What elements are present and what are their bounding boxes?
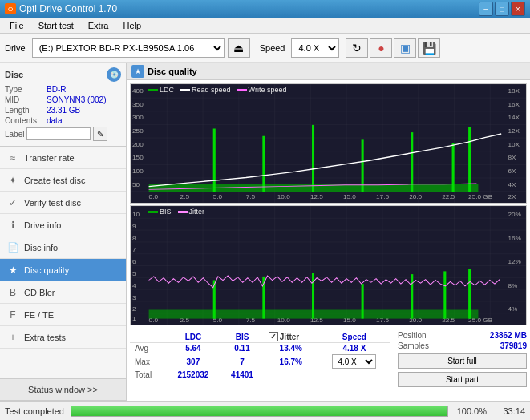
nav-cd-bler[interactable]: B CD Bler <box>0 281 126 304</box>
disc-label-button[interactable]: ✎ <box>93 127 107 141</box>
max-speed-select: 4.0 X <box>318 353 390 370</box>
verify-test-disc-icon: ✓ <box>6 196 19 209</box>
legend-ldc-label: LDC <box>160 86 174 94</box>
total-jitter-blank <box>264 370 318 380</box>
svg-text:50: 50 <box>132 181 140 188</box>
legend-read-speed-label: Read speed <box>192 86 231 94</box>
svg-rect-67 <box>312 273 314 318</box>
svg-text:8X: 8X <box>508 155 516 162</box>
svg-text:7.5: 7.5 <box>246 194 256 201</box>
samples-value: 379819 <box>500 341 527 350</box>
disc-panel-title: Disc <box>5 70 23 79</box>
title-bar-left: O Opti Drive Control 1.70 <box>5 3 117 14</box>
toolbar-icons: ↻ ● ▣ 💾 <box>346 38 440 58</box>
progress-fill <box>71 406 447 416</box>
samples-label: Samples <box>398 341 429 350</box>
col-bis: BIS <box>220 331 264 343</box>
nav-fe-te[interactable]: F FE / TE <box>0 304 126 326</box>
menu-file[interactable]: File <box>3 19 30 32</box>
jitter-checkbox[interactable]: ✓ <box>269 332 278 341</box>
nav-disc-info[interactable]: 📄 Disc info <box>0 236 126 259</box>
disc-header: Disc 💿 <box>5 67 121 82</box>
menu-start-test[interactable]: Start test <box>32 19 80 32</box>
jitter-label: Jitter <box>280 333 299 341</box>
svg-text:16%: 16% <box>508 235 520 242</box>
svg-text:8%: 8% <box>508 282 517 289</box>
stats-max-row: Max 307 7 16.7% 4.0 X <box>130 353 390 370</box>
start-full-button[interactable]: Start full <box>398 353 527 369</box>
svg-text:3: 3 <box>132 294 136 301</box>
toolbar-btn-3[interactable]: ▣ <box>394 38 416 58</box>
disc-length-row: Length 23.31 GB <box>5 106 121 115</box>
main-layout: Disc 💿 Type BD-R MID SONYNN3 (002) Lengt… <box>0 63 530 401</box>
disc-label-input[interactable] <box>26 127 91 140</box>
legend-bis: BIS <box>148 208 172 216</box>
disc-label-row: Label ✎ <box>5 127 121 141</box>
svg-text:4X: 4X <box>508 181 516 188</box>
app-title: Opti Drive Control 1.70 <box>19 3 117 14</box>
svg-text:200: 200 <box>132 141 144 148</box>
transfer-rate-icon: ≈ <box>6 151 19 164</box>
sidebar: Disc 💿 Type BD-R MID SONYNN3 (002) Lengt… <box>0 63 127 401</box>
status-window-button[interactable]: Status window >> <box>0 378 126 401</box>
svg-rect-37 <box>131 206 526 325</box>
nav-transfer-rate[interactable]: ≈ Transfer rate <box>0 147 126 169</box>
disc-quality-header-icon: ★ <box>131 65 144 78</box>
drive-label: Drive <box>5 43 26 53</box>
max-speed-dropdown[interactable]: 4.0 X <box>332 354 376 369</box>
content-area: ★ Disc quality 400 350 300 <box>127 63 530 401</box>
legend-write-speed-label: Write speed <box>249 86 287 94</box>
menu-extra[interactable]: Extra <box>82 19 115 32</box>
legend-read-speed-color <box>180 89 190 91</box>
legend-write-speed-color <box>237 89 247 91</box>
title-bar-controls: − □ × <box>479 2 525 16</box>
avg-speed: 4.18 X <box>318 343 390 354</box>
nav-create-test-disc[interactable]: ✦ Create test disc <box>0 169 126 192</box>
nav-extra-tests[interactable]: + Extra tests <box>0 326 126 349</box>
svg-text:9: 9 <box>132 223 136 230</box>
close-button[interactable]: × <box>511 2 525 16</box>
disc-contents-row: Contents data <box>5 116 121 125</box>
legend-read-speed: Read speed <box>180 86 231 94</box>
menu-help[interactable]: Help <box>116 19 148 32</box>
svg-text:12.5: 12.5 <box>310 194 324 201</box>
jitter-checkbox-wrap: ✓ Jitter <box>269 332 314 341</box>
nav-disc-quality[interactable]: ★ Disc quality <box>0 259 126 281</box>
eject-button[interactable]: ⏏ <box>228 38 250 58</box>
charts-area: 400 350 300 250 200 150 100 50 18X 16X 1… <box>127 80 530 329</box>
svg-text:7: 7 <box>132 247 136 254</box>
disc-mid-value: SONYNN3 (002) <box>47 95 106 104</box>
svg-text:20%: 20% <box>508 211 520 218</box>
nav-verify-test-disc[interactable]: ✓ Verify test disc <box>0 192 126 214</box>
samples-row: Samples 379819 <box>398 341 527 350</box>
total-speed-blank <box>318 370 390 380</box>
start-part-button[interactable]: Start part <box>398 372 527 387</box>
svg-rect-70 <box>443 271 446 318</box>
svg-text:150: 150 <box>132 155 144 162</box>
stats-total-row: Total 2152032 41401 <box>130 370 390 380</box>
minimize-button[interactable]: − <box>479 2 493 16</box>
total-bis: 41401 <box>220 370 264 380</box>
toolbar-btn-2[interactable]: ● <box>370 38 392 58</box>
legend-jitter-label: Jitter <box>189 208 205 216</box>
disc-type-value: BD-R <box>47 85 66 94</box>
drive-select[interactable]: (E:) PLEXTOR BD-R PX-LB950SA 1.06 <box>32 38 225 58</box>
svg-text:2.5: 2.5 <box>180 194 190 201</box>
status-time: 33:14 <box>493 406 525 416</box>
stats-avg-row: Avg 5.64 0.11 13.4% 4.18 X <box>130 343 390 354</box>
disc-info-icon: 📄 <box>6 241 19 254</box>
bottom-stats: LDC BIS ✓ Jitter Speed <box>127 329 530 401</box>
nav-drive-info[interactable]: ℹ Drive info <box>0 214 126 236</box>
progress-bar <box>71 406 448 417</box>
speed-select[interactable]: 4.0 X <box>291 38 339 58</box>
svg-text:5.0: 5.0 <box>213 194 223 201</box>
svg-rect-71 <box>468 269 471 319</box>
avg-label: Avg <box>130 343 166 354</box>
nav-fe-te-label: FE / TE <box>24 310 54 320</box>
svg-text:18X: 18X <box>508 87 520 95</box>
nav-menu: ≈ Transfer rate ✦ Create test disc ✓ Ver… <box>0 147 126 378</box>
toolbar-btn-4[interactable]: 💾 <box>418 38 440 58</box>
toolbar-btn-1[interactable]: ↻ <box>346 38 368 58</box>
disc-mid-row: MID SONYNN3 (002) <box>5 95 121 104</box>
maximize-button[interactable]: □ <box>495 2 509 16</box>
